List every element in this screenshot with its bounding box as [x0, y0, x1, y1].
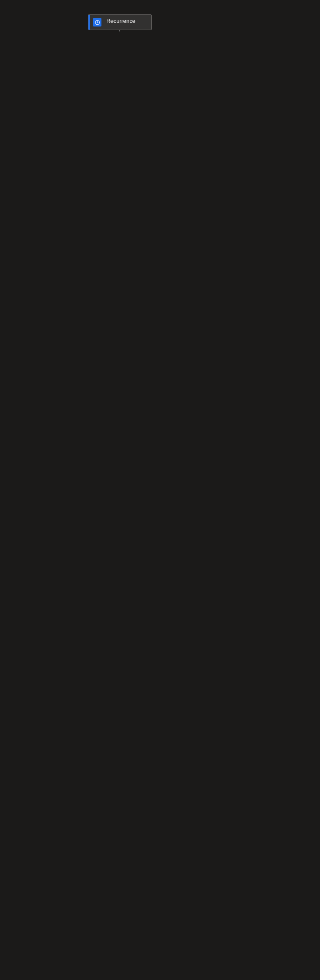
connector	[119, 30, 120, 31]
node-recurrence[interactable]: Recurrence	[88, 14, 152, 30]
workflow-canvas: Recurrence Run query and list results Ru…	[0, 0, 320, 31]
node-label: Recurrence	[105, 15, 151, 30]
clock-icon	[93, 18, 101, 26]
